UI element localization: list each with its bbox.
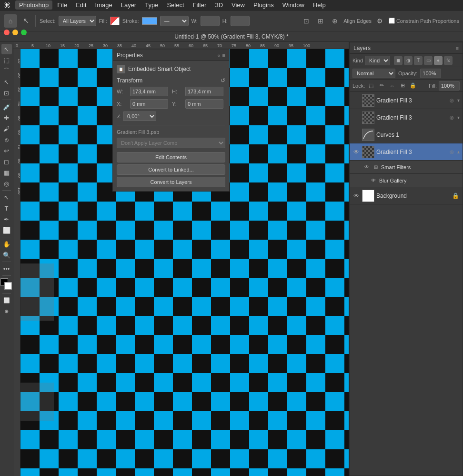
path-select-tool[interactable]: ↖ (1, 192, 12, 203)
menu-layer[interactable]: Layer (117, 0, 141, 10)
eraser-tool[interactable]: ◻ (1, 156, 12, 167)
gradient-tool[interactable]: ▦ (1, 167, 12, 178)
lock-transparent-icon[interactable]: ⬚ (367, 81, 375, 90)
filter-fx-icon[interactable]: fx (444, 56, 453, 65)
menu-help[interactable]: Help (309, 0, 330, 10)
menu-image[interactable]: Image (91, 0, 116, 10)
eye-icon-smart[interactable]: 👁 (363, 163, 371, 171)
blur-tool[interactable]: ◎ (1, 178, 12, 189)
filter-smart-icon[interactable]: ● (434, 56, 443, 65)
transform-refresh-icon[interactable]: ↺ (221, 77, 225, 84)
layer-item-smart-filters[interactable]: 👁 ⊞ Smart Filters (350, 161, 463, 174)
filter-type-icon[interactable]: T (414, 56, 423, 65)
filter-pixel-icon[interactable]: ◼ (394, 56, 403, 65)
height-input[interactable] (231, 16, 250, 26)
clone-stamp-tool[interactable]: ⎋ (1, 134, 12, 145)
transform-icon[interactable]: ⊕ (329, 15, 341, 27)
lasso-tool[interactable]: ⌒ (1, 66, 12, 76)
constrain-path-checkbox[interactable] (389, 18, 395, 24)
layer-item-2[interactable]: 👁 Gradient Fill 3 ◎ ▾ (350, 109, 463, 126)
brush-tool[interactable]: 🖌 (1, 123, 12, 134)
fill-input[interactable] (439, 81, 460, 91)
background-color[interactable] (4, 282, 12, 290)
quick-mask-tool[interactable]: ⬜ (1, 295, 12, 305)
convert-to-linked-button[interactable]: Convert to Linked... (117, 164, 225, 175)
properties-menu-btn[interactable]: ≡ (222, 52, 225, 58)
shape-tool[interactable]: ⬜ (1, 225, 12, 235)
crop-tool[interactable]: ⊡ (1, 88, 12, 98)
eye-icon-background[interactable]: 👁 (352, 192, 360, 200)
canvas-container[interactable]: Properties « ≡ 📋 Embedded Smart Object (20, 49, 349, 476)
properties-panel-header[interactable]: Properties « ≡ (113, 50, 229, 61)
menu-photoshop[interactable]: Photoshop (15, 0, 52, 10)
eye-icon-1[interactable]: 👁 (352, 97, 360, 104)
menu-type[interactable]: Type (141, 0, 162, 10)
menu-window[interactable]: Window (279, 0, 308, 10)
align-icon[interactable]: ⊞ (315, 15, 326, 27)
close-window-button[interactable] (4, 30, 10, 35)
screen-mode-tool[interactable]: ⊕ (1, 306, 12, 316)
width-input[interactable] (201, 16, 220, 26)
eye-icon-4[interactable]: 👁 (352, 148, 360, 156)
layer-options-1[interactable]: ◎ (448, 97, 455, 104)
x-field[interactable] (130, 99, 168, 109)
layer-arrow-2[interactable]: ▾ (457, 115, 460, 120)
pen-tool[interactable]: ✒ (1, 214, 12, 224)
layer-item-4[interactable]: 👁 Gradient Fill 3 ◎ ▴ (350, 143, 463, 161)
blend-mode-select[interactable]: Normal (352, 69, 395, 78)
y-field[interactable] (185, 99, 223, 109)
select-tool[interactable]: ⬚ (1, 55, 12, 65)
layer-options-4[interactable]: ◎ (448, 148, 455, 156)
stroke-width-select[interactable]: — (160, 16, 189, 26)
layer-arrow-4[interactable]: ▴ (457, 149, 460, 154)
type-tool[interactable]: T (1, 203, 12, 213)
layer-item-blur-gallery[interactable]: 👁 Blur Gallery (350, 174, 463, 187)
move-tool-icon[interactable]: ↖ (20, 15, 31, 27)
layer-options-2[interactable]: ◎ (448, 114, 455, 122)
fill-color-swatch[interactable] (110, 17, 120, 25)
menu-file[interactable]: File (53, 0, 71, 10)
apple-menu[interactable]: ⌘ (4, 1, 10, 9)
lock-pixels-icon[interactable]: ✏ (377, 81, 386, 90)
menu-select[interactable]: Select (163, 0, 188, 10)
home-button[interactable]: ⌂ (4, 14, 17, 28)
layers-menu-button[interactable]: ≡ (456, 45, 459, 51)
convert-to-layers-button[interactable]: Convert to Layers (117, 177, 225, 187)
crop-icon[interactable]: ⊡ (301, 15, 312, 27)
layer-item-1[interactable]: 👁 Gradient Fill 3 ◎ ▾ (350, 92, 463, 109)
properties-collapse-btn[interactable]: « (217, 52, 220, 58)
zoom-tool[interactable]: 🔍 (1, 250, 12, 260)
minimize-window-button[interactable] (12, 30, 18, 35)
eyedropper-tool[interactable]: 💉 (1, 101, 12, 112)
settings-icon[interactable]: ⚙ (374, 15, 386, 27)
eye-icon-2[interactable]: 👁 (352, 114, 360, 122)
filter-shape-icon[interactable]: ▭ (424, 56, 433, 65)
height-field[interactable] (185, 87, 223, 96)
move-tool[interactable]: ↖ (1, 44, 12, 54)
layer-arrow-1[interactable]: ▾ (457, 98, 460, 103)
menu-plugins[interactable]: Plugins (250, 0, 278, 10)
lock-all-icon[interactable]: 🔒 (409, 81, 417, 90)
stroke-color-swatch[interactable] (142, 17, 157, 25)
menu-3d[interactable]: 3D (211, 0, 227, 10)
angle-select[interactable]: 0,00° (123, 111, 156, 121)
object-select-tool[interactable]: ↖ (1, 77, 12, 87)
edit-contents-button[interactable]: Edit Contents (117, 152, 225, 162)
history-brush-tool[interactable]: ↩ (1, 145, 12, 156)
zoom-window-button[interactable] (21, 30, 27, 35)
layer-item-3[interactable]: 👁 Curves 1 (350, 126, 463, 143)
filter-kind-select[interactable]: Kind (365, 56, 390, 65)
hand-tool[interactable]: ✋ (1, 239, 12, 249)
opacity-input[interactable] (420, 69, 441, 78)
eye-icon-3[interactable]: 👁 (352, 131, 360, 139)
menu-filter[interactable]: Filter (189, 0, 211, 10)
lock-position-icon[interactable]: ↔ (388, 81, 396, 90)
layer-item-background[interactable]: 👁 Background 🔒 (350, 187, 463, 204)
eye-icon-blur[interactable]: 👁 (370, 177, 377, 184)
menu-view[interactable]: View (228, 0, 249, 10)
menu-edit[interactable]: Edit (72, 0, 90, 10)
healing-brush-tool[interactable]: ✚ (1, 112, 12, 123)
filter-adjustment-icon[interactable]: ◑ (404, 56, 413, 65)
lock-artboards-icon[interactable]: ⊞ (398, 81, 407, 90)
more-tools[interactable]: ••• (1, 263, 12, 274)
